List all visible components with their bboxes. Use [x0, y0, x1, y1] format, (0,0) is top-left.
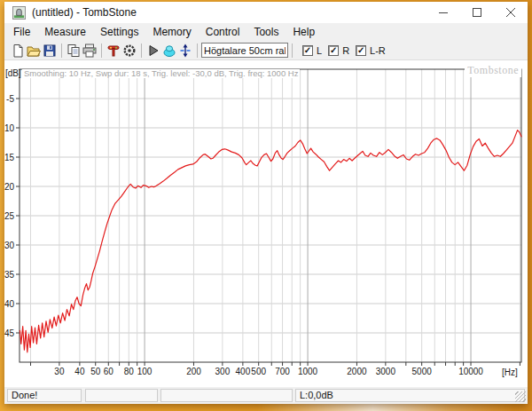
open-folder-icon: [27, 43, 41, 58]
menu-item-memory[interactable]: Memory: [145, 24, 198, 40]
new-button[interactable]: [10, 43, 26, 59]
y-tick-label: -45: [4, 328, 14, 338]
status-panel-2: [85, 389, 158, 402]
menu-item-tools[interactable]: Tools: [246, 24, 286, 40]
comment-input[interactable]: [201, 43, 288, 58]
channel-left-checkbox[interactable]: ✓ L: [302, 45, 322, 56]
checkbox-label: L: [317, 45, 322, 56]
status-panel-3: [160, 389, 293, 402]
maximize-icon: [473, 8, 481, 17]
x-tick-label: 100: [137, 367, 153, 376]
title-bar: (untitled) - TombStone: [4, 2, 528, 23]
checkbox-box[interactable]: ✓: [356, 45, 366, 56]
speaker-button[interactable]: [161, 43, 177, 59]
print-button[interactable]: [82, 43, 98, 59]
y-tick-label: -5: [6, 94, 14, 104]
y-tick-label: -25: [4, 211, 14, 221]
toolbar-separator: [101, 43, 102, 58]
y-tick-label: -20: [4, 182, 14, 192]
signal-generator-button[interactable]: [106, 43, 121, 59]
x-tick-label: 10000: [458, 367, 483, 376]
level-adjust-button[interactable]: [177, 43, 193, 59]
x-axis-unit-label: [Hz]: [502, 368, 518, 377]
channel-difference-checkbox[interactable]: ✓ L-R: [356, 45, 386, 56]
toolbar-separator: [292, 43, 293, 58]
toolbar: ✓ L ✓ R ✓ L-R: [4, 41, 528, 60]
vertical-arrows-icon: [178, 43, 192, 58]
minimize-icon: [439, 8, 448, 17]
x-tick-label: 40: [74, 367, 85, 376]
y-tick-label: -35: [4, 270, 14, 280]
y-tick-label: -30: [4, 241, 14, 250]
frequency-response-chart: 3040506080100200300400500700100020003000…: [4, 60, 528, 387]
maximize-button[interactable]: [460, 2, 494, 23]
x-tick-label: 200: [186, 367, 201, 376]
new-document-icon: [11, 43, 25, 58]
x-tick-label: 700: [275, 367, 290, 376]
minimize-button[interactable]: [426, 2, 460, 23]
window-title: (untitled) - TombStone: [32, 6, 137, 19]
x-tick-label: 50: [90, 367, 101, 376]
y-tick-label: -10: [4, 123, 14, 133]
printer-icon: [82, 43, 97, 58]
resize-grip[interactable]: [515, 391, 526, 402]
channel-right-checkbox[interactable]: ✓ R: [328, 45, 349, 56]
checkbox-box[interactable]: ✓: [302, 45, 313, 56]
y-tick-label: -15: [4, 153, 14, 162]
x-tick-label: 3000: [376, 367, 396, 376]
checkbox-box[interactable]: ✓: [328, 45, 339, 56]
checkbox-label: L-R: [370, 45, 386, 56]
speaker-icon: [162, 43, 176, 58]
menu-bar: FileMeasureSettingsMemoryControlToolsHel…: [4, 23, 528, 41]
play-icon: [146, 43, 160, 58]
app-icon: [12, 6, 26, 20]
copy-icon: [66, 43, 81, 58]
y-tick-label: -40: [4, 299, 14, 309]
target-icon: [122, 43, 137, 58]
checkbox-label: R: [342, 45, 349, 56]
menu-item-settings[interactable]: Settings: [93, 24, 145, 40]
x-tick-label: 500: [251, 367, 266, 376]
toolbar-separator: [61, 43, 62, 58]
status-bar: Done! L:0,0dB: [4, 387, 528, 404]
menu-item-measure[interactable]: Measure: [37, 24, 93, 40]
x-tick-label: 30: [54, 367, 65, 376]
x-tick-label: 80: [124, 367, 135, 376]
menu-item-control[interactable]: Control: [199, 24, 247, 40]
x-tick-label: 400: [236, 367, 251, 376]
y-axis-unit-label: [dB]: [5, 68, 21, 78]
toolbar-separator: [141, 43, 142, 58]
x-tick-label: 1000: [298, 367, 318, 376]
status-level-readout: L:0,0dB: [295, 389, 525, 402]
close-icon: [506, 8, 515, 17]
x-tick-label: 5000: [412, 367, 433, 376]
plot-canvas: 3040506080100200300400500700100020003000…: [4, 60, 528, 387]
signal-generator-icon: [106, 43, 121, 58]
window-controls: [426, 2, 528, 23]
measurement-settings-text: Smoothing: 10 Hz, Swp dur: 18 s, Trig. l…: [22, 69, 300, 78]
save-floppy-icon: [43, 43, 57, 58]
play-button[interactable]: [145, 43, 161, 59]
measure-target-button[interactable]: [121, 43, 137, 59]
x-tick-label: 300: [215, 367, 231, 376]
menu-item-help[interactable]: Help: [286, 24, 322, 40]
close-button[interactable]: [494, 2, 528, 23]
status-message: Done!: [7, 389, 82, 402]
x-tick-label: 2000: [347, 367, 367, 376]
desktop-wallpaper: (untitled) - TombStone FileMeasureSettin…: [0, 0, 532, 411]
save-button[interactable]: [42, 43, 58, 59]
watermark-text: Tombstone: [465, 64, 521, 77]
copy-button[interactable]: [66, 43, 82, 59]
menu-item-file[interactable]: File: [6, 24, 37, 40]
toolbar-separator: [197, 43, 198, 58]
open-button[interactable]: [26, 43, 42, 59]
app-window: (untitled) - TombStone FileMeasureSettin…: [4, 2, 528, 404]
x-tick-label: 60: [104, 367, 114, 376]
